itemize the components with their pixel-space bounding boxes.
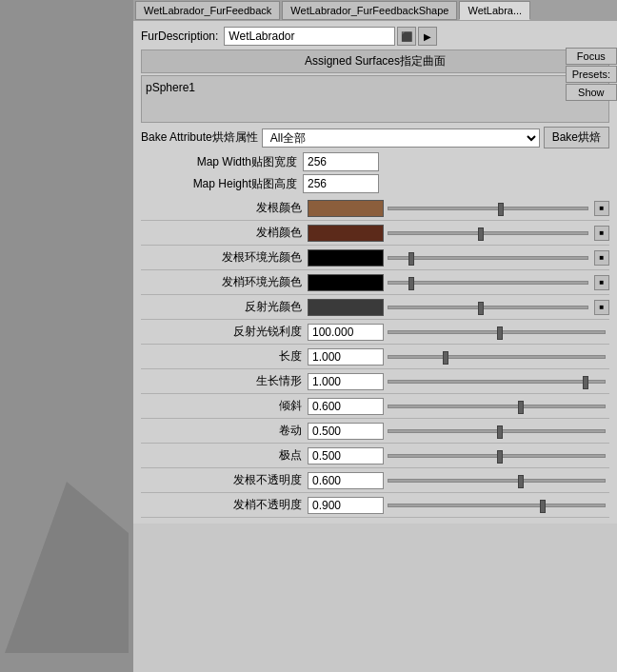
- tab-wet-labrador-feedback[interactable]: WetLabrador_FurFeedback: [135, 1, 280, 20]
- swatch-picker-icon[interactable]: ■: [594, 250, 609, 266]
- prop-label: 倾斜: [141, 398, 308, 414]
- prop-label: 反射光锐利度: [141, 324, 308, 340]
- fur-description-input[interactable]: [224, 27, 395, 46]
- slider-thumb[interactable]: [408, 252, 414, 266]
- slider-track: [388, 231, 588, 235]
- slider-track: [388, 306, 588, 309]
- prop-row: 发根颜色■: [141, 196, 609, 221]
- prop-value-input[interactable]: [308, 447, 384, 464]
- prop-label: 发梢环境光颜色: [141, 274, 308, 290]
- content-area: Focus Presets: Show FurDescription: ⬛ ▶ …: [133, 21, 617, 524]
- prop-value-input[interactable]: [308, 497, 384, 514]
- swatch-picker-icon[interactable]: ■: [594, 201, 609, 216]
- slider-container[interactable]: [388, 373, 606, 390]
- map-width-row: Map Width贴图宽度: [141, 152, 609, 171]
- slider-thumb[interactable]: [518, 475, 524, 488]
- slider-thumb[interactable]: [498, 203, 504, 216]
- map-height-row: Map Height贴图高度: [141, 174, 609, 193]
- arrow-icon-btn[interactable]: ▶: [418, 27, 437, 46]
- bake-row: Bake Attribute烘焙属性 All全部 Bake烘焙: [141, 127, 609, 148]
- prop-row: 反射光颜色■: [141, 295, 609, 320]
- slider-container[interactable]: [388, 225, 588, 242]
- tab-wet-labrador-shape[interactable]: WetLabrador_FurFeedbackShape: [282, 1, 457, 20]
- color-swatch[interactable]: [308, 249, 384, 267]
- slider-thumb[interactable]: [583, 376, 588, 389]
- slider-thumb[interactable]: [540, 500, 546, 513]
- slider-thumb[interactable]: [497, 326, 503, 340]
- map-width-label: Map Width贴图宽度: [141, 154, 303, 170]
- fur-description-row: FurDescription: ⬛ ▶: [141, 27, 609, 46]
- tab-wet-labra[interactable]: WetLabra...: [459, 1, 530, 20]
- map-height-label: Map Height贴图高度: [141, 176, 303, 192]
- slider-track: [388, 479, 606, 483]
- prop-label: 反射光颜色: [141, 299, 308, 315]
- slider-track: [388, 207, 588, 210]
- slider-thumb[interactable]: [478, 227, 484, 241]
- bake-button[interactable]: Bake烘焙: [544, 127, 609, 148]
- slider-container[interactable]: [388, 398, 606, 415]
- slider-container[interactable]: [388, 200, 588, 217]
- slider-thumb[interactable]: [408, 277, 414, 290]
- prop-value-input[interactable]: [308, 398, 384, 415]
- arrow-icon: ▶: [424, 31, 431, 42]
- prop-row: 长度: [141, 345, 609, 369]
- slider-track: [388, 405, 606, 408]
- surface-item-psphere1: pSphere1: [146, 80, 605, 95]
- map-width-input[interactable]: [303, 152, 379, 171]
- slider-track: [388, 281, 588, 285]
- show-button[interactable]: Show: [566, 84, 617, 101]
- slider-thumb[interactable]: [478, 302, 484, 315]
- folder-icon-btn[interactable]: ⬛: [397, 27, 416, 46]
- slider-container[interactable]: [388, 348, 606, 366]
- prop-value-input[interactable]: [308, 373, 384, 390]
- prop-value-input[interactable]: [308, 423, 384, 440]
- slider-thumb[interactable]: [443, 351, 448, 365]
- left-sidebar: [0, 0, 133, 672]
- prop-row: 发梢不透明度: [141, 493, 609, 518]
- slider-container[interactable]: [388, 472, 606, 489]
- swatch-picker-icon[interactable]: ■: [594, 275, 609, 290]
- slider-container[interactable]: [388, 447, 606, 464]
- slider-track: [388, 256, 588, 260]
- presets-button[interactable]: Presets:: [566, 66, 617, 83]
- bake-dropdown[interactable]: All全部: [262, 128, 540, 148]
- map-height-input[interactable]: [303, 174, 379, 193]
- prop-value-input[interactable]: [308, 472, 384, 489]
- slider-container[interactable]: [388, 497, 606, 514]
- focus-button[interactable]: Focus: [566, 48, 617, 65]
- slider-container[interactable]: [388, 423, 606, 440]
- properties-list: 发根颜色■发梢颜色■发根环境光颜色■发梢环境光颜色■反射光颜色■反射光锐利度长度…: [141, 196, 609, 518]
- fur-description-label: FurDescription:: [141, 30, 218, 43]
- slider-container[interactable]: [388, 299, 588, 316]
- slider-track: [388, 429, 606, 433]
- prop-label: 发梢颜色: [141, 225, 308, 241]
- bake-attribute-label: Bake Attribute烘焙属性: [141, 129, 258, 146]
- prop-row: 反射光锐利度: [141, 320, 609, 345]
- color-swatch[interactable]: [308, 299, 384, 316]
- prop-label: 生长情形: [141, 373, 308, 389]
- color-swatch[interactable]: [308, 200, 384, 217]
- prop-value-input[interactable]: [308, 348, 384, 366]
- prop-label: 发根不透明度: [141, 472, 308, 488]
- prop-label: 发根环境光颜色: [141, 249, 308, 266]
- color-swatch[interactable]: [308, 274, 384, 291]
- slider-thumb[interactable]: [497, 425, 503, 439]
- prop-value-input[interactable]: [308, 324, 384, 341]
- prop-label: 发梢不透明度: [141, 497, 308, 513]
- slider-container[interactable]: [388, 249, 588, 267]
- slider-thumb[interactable]: [518, 401, 524, 414]
- swatch-picker-icon[interactable]: ■: [594, 226, 609, 241]
- tab-bar: WetLabrador_FurFeedback WetLabrador_FurF…: [133, 0, 617, 21]
- slider-track: [388, 330, 606, 334]
- slider-thumb[interactable]: [497, 450, 503, 464]
- prop-label: 极点: [141, 447, 308, 464]
- color-swatch[interactable]: [308, 225, 384, 242]
- prop-row: 卷动: [141, 419, 609, 444]
- prop-row: 倾斜: [141, 394, 609, 419]
- slider-container[interactable]: [388, 274, 588, 291]
- swatch-picker-icon[interactable]: ■: [594, 300, 609, 315]
- slider-container[interactable]: [388, 324, 606, 341]
- prop-row: 发根环境光颜色■: [141, 246, 609, 270]
- prop-row: 发根不透明度: [141, 468, 609, 493]
- slider-track: [388, 454, 606, 458]
